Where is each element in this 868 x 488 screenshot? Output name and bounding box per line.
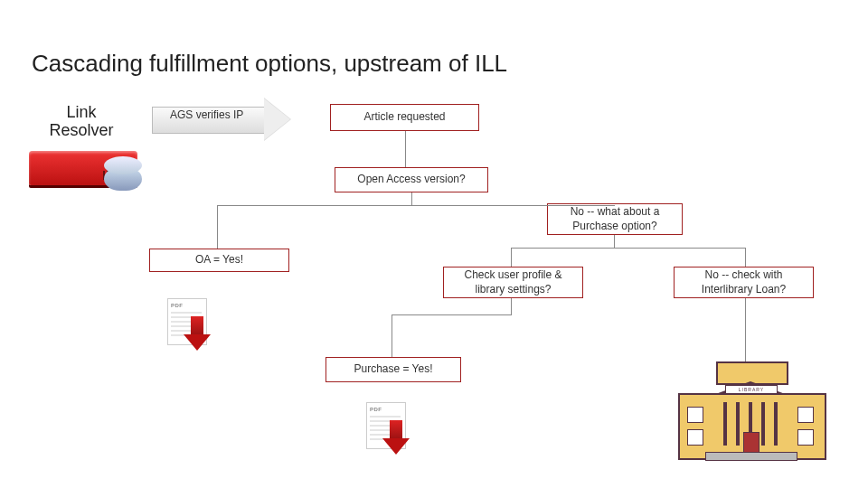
connector — [411, 192, 412, 205]
download-arrow-icon — [184, 316, 211, 352]
connector — [511, 248, 512, 267]
connector — [745, 248, 746, 267]
connector — [745, 298, 746, 361]
connector — [405, 131, 406, 167]
link-resolver-label: Link Resolver — [41, 104, 122, 140]
node-no-ill: No -- check with Interlibrary Loan? — [674, 267, 814, 298]
connector — [511, 248, 746, 249]
node-check-profile: Check user profile & library settings? — [443, 267, 583, 298]
download-arrow-icon — [382, 420, 410, 456]
ags-verifies-ip-label: AGS verifies IP — [170, 108, 243, 121]
connector — [217, 205, 615, 206]
connector — [392, 314, 512, 315]
slide-title: Cascading fulfillment options, upstream … — [32, 50, 507, 78]
connector — [392, 314, 392, 357]
node-no-purchase-question: No -- what about a Purchase option? — [547, 203, 683, 235]
node-article-requested: Article requested — [330, 104, 479, 131]
database-icon — [104, 167, 142, 191]
connector — [217, 205, 218, 249]
node-purchase-yes: Purchase = Yes! — [326, 357, 461, 382]
library-building-icon: LIBRARY — [678, 361, 823, 456]
node-open-access-question: Open Access version? — [335, 167, 488, 192]
connector — [511, 298, 512, 314]
node-oa-yes: OA = Yes! — [149, 249, 289, 272]
connector — [614, 235, 615, 248]
